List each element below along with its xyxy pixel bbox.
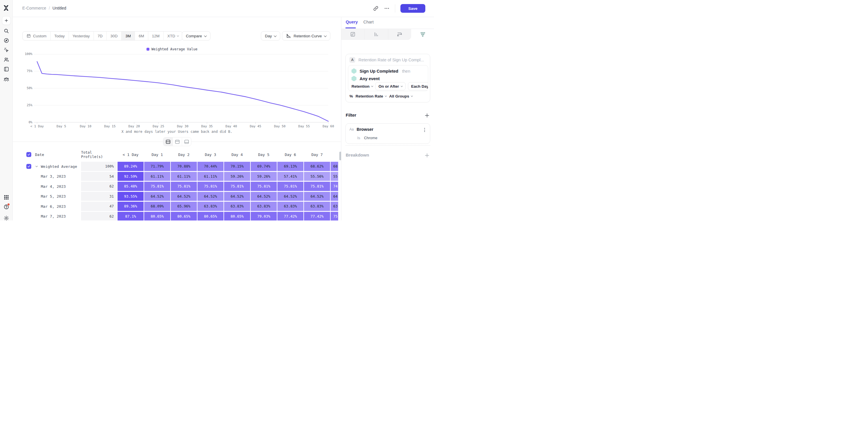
save-button[interactable]: Save	[400, 4, 425, 13]
retention-cell[interactable]: 79.03%	[251, 212, 277, 221]
retention-cell[interactable]: 59.26%	[224, 172, 250, 181]
retention-cell[interactable]: 55.56%	[304, 172, 330, 181]
notebook-panel-icon[interactable]	[3, 66, 9, 72]
retention-cell[interactable]: 89.24%	[118, 162, 144, 171]
retention-cell[interactable]: 64	[331, 192, 338, 201]
split-view-button[interactable]	[163, 137, 173, 146]
compare-button[interactable]: Compare	[182, 31, 211, 40]
chart-type-dropdown[interactable]: Retention Curve	[282, 31, 330, 40]
range-today[interactable]: Today	[51, 32, 69, 40]
retention-cell[interactable]: 61.11%	[197, 172, 223, 181]
retention-cell[interactable]: 80.65%	[224, 212, 250, 221]
table-only-view-button[interactable]	[182, 137, 191, 146]
retention-cell[interactable]: 68.62%	[304, 162, 330, 171]
retention-cell[interactable]: 57.41%	[277, 172, 303, 181]
retention-cell[interactable]: 64.52%	[171, 192, 197, 201]
tab-retention[interactable]	[411, 29, 434, 40]
more-options-icon[interactable]	[384, 5, 390, 11]
retention-cell[interactable]: 92.59%	[118, 172, 144, 181]
range-custom[interactable]: Custom	[23, 32, 51, 40]
retention-cell[interactable]: 65.96%	[171, 202, 197, 211]
retention-cell[interactable]: 68	[331, 162, 338, 171]
retention-cell[interactable]: 75.81%	[197, 182, 223, 191]
retention-cell[interactable]: 63.83%	[251, 202, 277, 211]
filter-operator[interactable]: Is	[357, 136, 360, 140]
retention-cell[interactable]: 71.79%	[144, 162, 170, 171]
filter-menu-icon[interactable]	[423, 128, 427, 132]
range-xtd[interactable]: XTD	[163, 32, 182, 40]
retention-cell[interactable]: 64.52%	[304, 192, 330, 201]
apps-grid-icon[interactable]	[3, 194, 9, 200]
settings-gear-icon[interactable]	[3, 215, 9, 220]
retention-cell[interactable]: 69.13%	[277, 162, 303, 171]
retention-curve-chart[interactable]	[13, 42, 341, 129]
metric-dropdown[interactable]: Retention Rate	[355, 94, 386, 98]
range-7d[interactable]: 7D	[94, 32, 106, 40]
granularity-dropdown[interactable]: Day	[261, 31, 280, 40]
retention-cell[interactable]: 77.42%	[304, 212, 330, 221]
retention-cell[interactable]: 70.88%	[171, 162, 197, 171]
range-30d[interactable]: 30D	[106, 32, 121, 40]
tab-chart[interactable]: Chart	[363, 20, 373, 24]
copy-link-icon[interactable]	[373, 5, 379, 11]
retention-cell[interactable]: 68.09%	[144, 202, 170, 211]
chart-only-view-button[interactable]	[173, 137, 182, 146]
retention-cell[interactable]: 74	[331, 182, 338, 191]
compass-explore-icon[interactable]	[3, 38, 9, 43]
filter-property[interactable]: Browser	[357, 127, 373, 132]
groups-dropdown[interactable]: All Groups	[389, 94, 412, 98]
retention-cell[interactable]: 87.1%	[118, 212, 144, 221]
query-title-input[interactable]: Retention Rate of Sign Up Compl...	[359, 58, 424, 62]
retention-cell[interactable]: 77.42%	[277, 212, 303, 221]
retention-cell[interactable]: 63.83%	[304, 202, 330, 211]
operator-dropdown[interactable]: On or After	[375, 82, 406, 90]
filter-value[interactable]: Chrome	[364, 136, 377, 140]
breadcrumb-workspace[interactable]: E-Commerce	[22, 6, 46, 10]
retention-cell[interactable]: 75	[331, 212, 338, 221]
retention-cell[interactable]: 59.26%	[251, 172, 277, 181]
expand-row-icon[interactable]	[35, 165, 38, 168]
retention-cell[interactable]: 64.52%	[251, 192, 277, 201]
retention-cell[interactable]: 80.65%	[171, 212, 197, 221]
tab-flows[interactable]	[388, 29, 411, 40]
new-report-button[interactable]	[2, 16, 11, 25]
retention-cell[interactable]: 61.11%	[144, 172, 170, 181]
retention-cell[interactable]: 64.52%	[144, 192, 170, 201]
tab-query[interactable]: Query	[346, 20, 358, 24]
app-logo-icon[interactable]	[3, 5, 9, 11]
bucket-dropdown[interactable]: Each Day	[408, 82, 428, 90]
retention-cell[interactable]: 63.83%	[197, 202, 223, 211]
retention-cell[interactable]: 63.83%	[277, 202, 303, 211]
retention-cell[interactable]: 75.81%	[304, 182, 330, 191]
search-icon[interactable]	[3, 28, 9, 34]
select-all-checkbox[interactable]	[26, 152, 31, 157]
retention-mode-dropdown[interactable]: Retention	[351, 84, 373, 89]
first-event-selector[interactable]: Sign Up Completed	[360, 69, 398, 73]
retention-cell[interactable]: 75.81%	[224, 182, 250, 191]
retention-cell[interactable]: 55	[331, 172, 338, 181]
retention-cell[interactable]: 75.81%	[171, 182, 197, 191]
users-icon[interactable]	[3, 57, 9, 63]
breadcrumb-report-title[interactable]: Untitled	[53, 6, 66, 10]
cohorts-team-icon[interactable]	[3, 76, 9, 82]
filter-card[interactable]: Aa Browser Is Chrome	[345, 123, 430, 144]
retention-cell[interactable]: 64.52%	[277, 192, 303, 201]
retention-cell[interactable]: 75.81%	[277, 182, 303, 191]
retention-cell[interactable]: 93.55%	[118, 192, 144, 201]
add-filter-button[interactable]	[424, 113, 430, 118]
retention-cell[interactable]: 89.36%	[118, 202, 144, 211]
retention-cell[interactable]: 63	[331, 202, 338, 211]
add-breakdown-button[interactable]	[424, 153, 430, 158]
return-event-selector[interactable]: Any event	[360, 76, 379, 81]
retention-cell[interactable]: 70.15%	[224, 162, 250, 171]
retention-cell[interactable]: 75.81%	[251, 182, 277, 191]
retention-cell[interactable]: 64.52%	[197, 192, 223, 201]
events-cursor-icon[interactable]	[3, 47, 9, 53]
retention-cell[interactable]: 63.83%	[224, 202, 250, 211]
range-yesterday[interactable]: Yesterday	[69, 32, 94, 40]
tab-insights[interactable]	[341, 29, 365, 40]
help-button[interactable]	[3, 204, 9, 210]
retention-cell[interactable]: 61.11%	[171, 172, 197, 181]
range-12m[interactable]: 12M	[148, 32, 163, 40]
retention-cell[interactable]: 64.52%	[224, 192, 250, 201]
